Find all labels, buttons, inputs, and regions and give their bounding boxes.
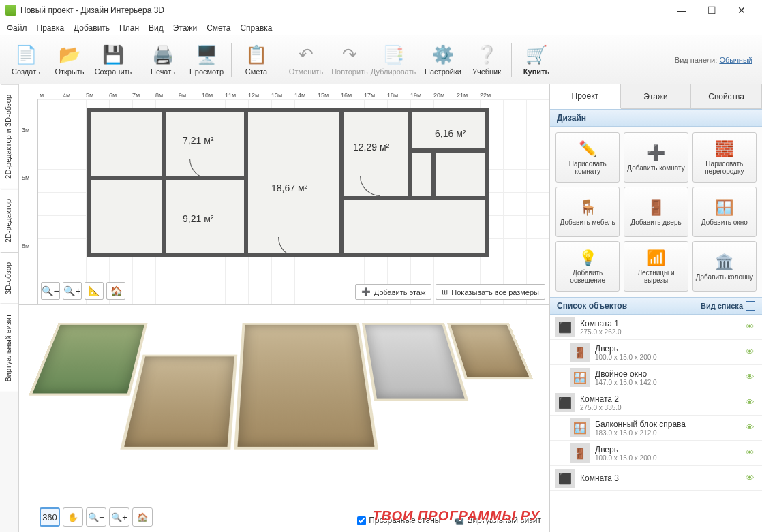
maximize-button[interactable]: ☐ [697,1,727,20]
redo-button[interactable]: ↷Повторить [328,39,371,81]
list-mode-toggle[interactable]: Вид списка [701,301,755,311]
zoom-out-button[interactable]: 🔍− [41,282,60,300]
separator [138,43,138,77]
create-button[interactable]: 📄Создать [4,39,48,81]
panel-mode-link[interactable]: Обычный [719,56,752,64]
draw_wall-icon: 🧱 [715,140,734,159]
plan-2d-area[interactable]: 3м 5м 8м 7,21 м² 18,67 м² 12, [19,99,549,304]
menu-edit[interactable]: Правка [37,23,65,33]
close-button[interactable]: ✕ [727,1,757,20]
tab-properties[interactable]: Свойства [691,84,762,108]
duplicate-icon: 📑 [382,44,404,66]
show-sizes-button[interactable]: ⊞Показывать все размеры [436,284,545,300]
preview-button[interactable]: 🖥️Просмотр [185,39,228,81]
design-add_light-button[interactable]: 💡Добавить освещение [555,241,620,292]
visibility-icon[interactable]: 👁 [746,397,757,408]
design-add_room-button[interactable]: ➕Добавить комнату [624,132,688,183]
visibility-icon[interactable]: 👁 [746,347,757,358]
room-3d [120,355,237,450]
design-add_column-button[interactable]: 🏛️Добавить колонну [692,241,757,292]
ruler-tick: 14м [294,92,318,99]
buy-button[interactable]: 🛒Купить [515,39,558,81]
add-floor-button[interactable]: ➕Добавить этаж [355,284,431,300]
home-button[interactable]: 🏠 [106,282,125,300]
camera-icon: 📹 [454,516,464,525]
zoom-out-3d-button[interactable]: 🔍− [86,507,106,527]
sidetab-2d[interactable]: 2D-редактор [0,189,18,252]
object-thumb-icon: 🪟 [570,368,590,387]
room-area-label: 12,29 м² [353,142,389,153]
undo-button[interactable]: ↶Отменить [284,39,328,81]
zoom-in-3d-button[interactable]: 🔍+ [109,507,129,527]
design-add_door-button[interactable]: 🚪Добавить дверь [624,187,688,237]
design-stairs-button[interactable]: 📶Лестницы и вырезы [624,241,688,292]
save-icon: 💾 [102,44,124,66]
add_column-icon: 🏛️ [715,253,734,272]
virtual-visit-button[interactable]: 📹Виртуальный визит [454,516,541,525]
ruler-tick: 9м [179,92,202,99]
tab-floors[interactable]: Этажи [621,84,692,108]
settings-button[interactable]: ⚙️Настройки [421,39,465,81]
sidetab-combo[interactable]: 2D-редактор и 3D-обзор [0,84,18,189]
add_door-icon: 🚪 [646,198,665,217]
open-button[interactable]: 📂Открыть [48,39,91,81]
object-row[interactable]: 🚪 Дверь100.0 x 15.0 x 200.0 👁 [550,340,762,365]
separator [231,43,232,77]
orbit-button[interactable]: 360 [40,507,60,527]
separator [511,43,512,77]
sidetab-virtual[interactable]: Виртуальный визит [0,304,18,392]
wall [408,148,489,153]
visibility-icon[interactable]: 👁 [746,422,757,433]
new-file-icon: 📄 [15,44,37,66]
object-row[interactable]: ⬛ Комната 3 👁 [550,466,762,491]
measure-button[interactable]: 📐 [85,282,104,300]
undo-icon: ↶ [295,44,317,66]
ruler-tick: 6м [109,92,132,99]
gear-icon: ⚙️ [432,44,454,66]
minimize-button[interactable]: — [667,1,697,20]
estimate-button[interactable]: 📋Смета [234,39,278,81]
save-button[interactable]: 💾Сохранить [91,39,135,81]
ruler-tick: 21м [457,92,480,99]
design-draw_wall-button[interactable]: 🧱Нарисовать перегородку [692,132,757,183]
pan-button[interactable]: ✋ [63,507,83,527]
object-row[interactable]: 🚪 Дверь100.0 x 15.0 x 200.0 👁 [550,441,762,466]
transparent-walls-checkbox[interactable]: Прозрачные стены [357,516,440,525]
design-add_furn-button[interactable]: 🪑Добавить мебель [555,187,620,237]
wall [162,108,166,257]
object-row[interactable]: ⬛ Комната 2275.0 x 335.0 👁 [550,390,762,416]
separator [281,43,281,77]
menu-add[interactable]: Добавить [74,23,110,33]
folder-open-icon: 📂 [59,44,80,66]
menu-floors[interactable]: Этажи [173,23,197,33]
object-row[interactable]: 🪟 Балконный блок справа183.0 x 15.0 x 21… [550,416,762,441]
menu-estimate[interactable]: Смета [207,23,230,33]
sidetab-3d[interactable]: 3D-обзор [0,252,18,304]
print-button[interactable]: 🖨️Печать [141,39,185,81]
menu-view[interactable]: Вид [149,23,164,33]
menu-file[interactable]: Файл [7,23,27,33]
menu-help[interactable]: Справка [240,23,272,33]
visibility-icon[interactable]: 👁 [746,372,757,383]
visibility-icon[interactable]: 👁 [746,322,757,332]
tab-project[interactable]: Проект [550,84,621,109]
object-row[interactable]: 🪟 Двойное окно147.0 x 15.0 x 142.0 👁 [550,365,762,390]
design-add_window-button[interactable]: 🪟Добавить окно [692,187,757,237]
visibility-icon[interactable]: 👁 [746,448,757,458]
clipboard-icon: 📋 [245,44,267,66]
view-3d-area[interactable]: 360 ✋ 🔍− 🔍+ 🏠 Прозрачные стены 📹Виртуаль… [19,304,549,532]
object-thumb-icon: 🪟 [570,418,590,437]
menu-plan[interactable]: План [119,23,139,33]
design-draw_room-button[interactable]: ✏️Нарисовать комнату [555,132,620,183]
room-area-label: 7,21 м² [183,135,213,146]
reset-view-button[interactable]: 🏠 [132,507,153,527]
wall [431,148,436,196]
zoom-in-button[interactable]: 🔍+ [63,282,82,300]
ruler-tick: 18м [387,92,410,99]
duplicate-button[interactable]: 📑Дублировать [371,39,415,81]
tutorial-button[interactable]: ❔Учебник [465,39,508,81]
visibility-icon[interactable]: 👁 [746,473,757,484]
right-tabs: Проект Этажи Свойства [550,84,762,109]
object-row[interactable]: ⬛ Комната 1275.0 x 262.0 👁 [550,315,762,340]
ruler-tick: 7м [132,92,155,99]
